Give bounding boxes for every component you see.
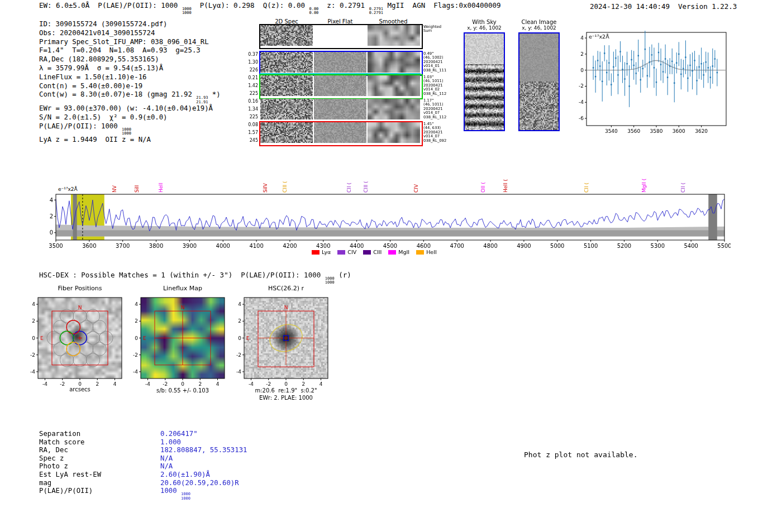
match-table-row: mag20.60(20.59,20.60)R	[39, 479, 247, 487]
match-table-row: Separation0.206417"	[39, 430, 247, 438]
cyan-divider-line	[260, 73, 421, 74]
spec2d-row: 0.081.572451.45"(44, 633)20200421v014_07…	[246, 122, 486, 143]
spectrum-legend: LyαCIVCIIIMgIIHeII	[312, 249, 444, 256]
spec2d-row: WeightedSum	[246, 25, 486, 46]
spec2d-left-labels: 0.081.57245	[246, 122, 258, 143]
lineflux-map-plot	[124, 293, 236, 389]
stacked-fraction: 10001000	[122, 128, 131, 136]
stacked-fraction: 21.9321.91	[196, 96, 208, 104]
info-line: LineFlux = 1.50(±1.10)e-16	[39, 73, 221, 82]
smoothed-image	[368, 25, 420, 46]
lineflux-caption: s/b: 0.55 +/- 0.103	[156, 387, 209, 394]
spec2d-image	[260, 25, 313, 46]
clean-image-title: Clean Image	[518, 19, 560, 25]
hsc-image-plot	[227, 293, 339, 389]
match-table-row: RA, Dec182.808847, 55.353131	[39, 446, 247, 454]
spec2d-left-labels: 0.211.42225	[246, 75, 258, 96]
match-value: 1000 10001000	[160, 487, 190, 501]
pixelflat-image	[314, 122, 366, 143]
with-sky-coords: x, y: 46, 1002	[463, 25, 506, 31]
spec2d-image	[260, 122, 313, 143]
legend-swatch	[312, 250, 320, 255]
match-label: Separation	[39, 430, 160, 438]
pixelflat-image	[314, 99, 366, 119]
match-value: 2.60(±1.90)Å	[160, 471, 210, 478]
match-value: 20.60(20.59,20.60)R	[160, 479, 239, 487]
smoothed-image	[368, 75, 420, 96]
fiber-xlabel: arcsecs	[69, 386, 90, 392]
with-sky-panel: With Sky x, y: 46, 1002	[463, 19, 506, 131]
info-line: EWr = 93.00(±370.00) (w: -4.10(±0.04)e19…	[39, 104, 221, 113]
smoothed-image	[368, 99, 420, 119]
with-sky-image	[464, 32, 505, 131]
lineflux-map-title: Lineflux Map	[163, 285, 202, 292]
pixelflat-image	[314, 25, 366, 46]
legend-label: CIV	[347, 249, 356, 255]
match-table-row: Est LyA rest-EW2.60(±1.90)Å	[39, 471, 247, 479]
header-datetime-version: 2024-12-30 14:40:49 Version 1.22.3	[590, 2, 737, 11]
stacked-fraction: 10001000	[182, 7, 192, 16]
full-spectrum-plot	[44, 184, 731, 260]
legend-item: CIV	[337, 249, 356, 255]
info-line: Primary Spec_Slot_IFU_AMP: 038_096_014_R…	[39, 38, 221, 47]
match-label: Est LyA rest-EW	[39, 471, 160, 478]
elixer-report-page: EW: 6.0±5.0Å P(LAE)/P(OII): 1000 1000100…	[0, 0, 782, 532]
spec2d-image	[260, 99, 313, 119]
match-value: N/A	[160, 462, 173, 470]
legend-label: HeII	[426, 249, 437, 255]
info-line: F=1.4" T=0.204 N=1.08 A=0.93 g=25.3	[39, 46, 221, 55]
match-table-row: Spec zN/A	[39, 454, 247, 463]
match-label: Match score	[39, 438, 160, 446]
match-value: 1.000	[160, 438, 181, 446]
match-value: 0.206417"	[160, 430, 198, 438]
match-label: Spec z	[39, 454, 160, 462]
spec2d-row: 0.161.342251.17"(46, 1011)20200421v014_0…	[246, 99, 486, 119]
match-table-row: Match score1.000	[39, 438, 247, 447]
catalog-match-table: Separation0.206417"Match score1.000RA, D…	[39, 430, 247, 495]
detection-info-block: ID: 3090155724 (3090155724.pdf)Obs: 2020…	[39, 20, 221, 145]
spec2d-image	[260, 52, 313, 73]
spec2d-cutout-rows: WeightedSum0.371.302260.49"(46, 1002)202…	[246, 0, 486, 145]
legend-swatch	[388, 250, 396, 255]
match-label: Photo z	[39, 462, 160, 470]
pixelflat-image	[314, 52, 366, 73]
info-line: ID: 3090155724 (3090155724.pdf)	[39, 20, 221, 29]
pixelflat-image	[314, 75, 366, 96]
spec2d-image	[260, 75, 313, 96]
legend-item: CIII	[363, 249, 382, 255]
spec2d-row: 0.211.422251.03"(46, 1011)20200421v014_0…	[246, 75, 486, 96]
spec2d-right-labels: 1.17"(46, 1011)20200421v014_07038_RL_112	[423, 99, 446, 119]
clean-image-panel: Clean Image x, y: 46, 1002	[518, 19, 560, 131]
info-line: RA,Dec (182.808929,55.353165)	[39, 55, 221, 64]
clean-image	[518, 32, 560, 131]
info-line: Cont(w) = 8.30(±0.07)e-18 (gmag 21.92 21…	[39, 90, 221, 104]
spec2d-left-labels: 0.161.34225	[246, 99, 258, 119]
match-table-row: P(LAE)/P(OII)1000 10001000	[39, 487, 247, 495]
match-value: N/A	[160, 454, 173, 462]
info-line: Obs: 20200421v014_3090155724	[39, 29, 221, 38]
hsc-cutout-title: HSC(26.2) r	[268, 285, 304, 292]
with-sky-title: With Sky	[463, 19, 506, 25]
info-line: S/N = 2.0(±1.5) χ² = 0.9(±0.0)	[39, 113, 221, 122]
info-line: Cont(n) = 5.40(±0.00)e-19	[39, 82, 221, 91]
match-label: RA, Dec	[39, 446, 160, 454]
spec2d-right-labels: 0.49"(46, 1002)20200421v014_01038_RL_111	[423, 52, 446, 73]
match-label: mag	[39, 479, 160, 487]
spec2d-right-labels: WeightedSum	[423, 25, 441, 33]
spec2d-right-labels: 1.45"(44, 633)20200421v014_07038_RL_092	[423, 122, 446, 143]
match-table-row: Photo zN/A	[39, 462, 247, 471]
info-line: P(LAE)/P(OII): 1000 10001000	[39, 122, 221, 136]
stacked-fraction: 10001000	[181, 492, 190, 501]
legend-item: Lyα	[312, 249, 331, 255]
legend-item: MgII	[388, 249, 409, 255]
line-fit-zoom-plot	[564, 25, 732, 137]
info-line: LyA z = 1.9449 OII z = N/A	[39, 136, 221, 145]
legend-label: CIII	[373, 249, 382, 255]
photz-note: Phot z plot not available.	[524, 450, 638, 459]
spec2d-right-labels: 1.03"(46, 1011)20200421v014_02038_RL_112	[423, 75, 446, 96]
info-line: λ = 3579.99Å σ = 9.54(±5.13)Å	[39, 64, 221, 73]
legend-item: HeII	[416, 249, 437, 255]
match-label: P(LAE)/P(OII)	[39, 487, 160, 495]
fiber-positions-plot	[21, 293, 133, 389]
legend-swatch	[337, 250, 345, 255]
